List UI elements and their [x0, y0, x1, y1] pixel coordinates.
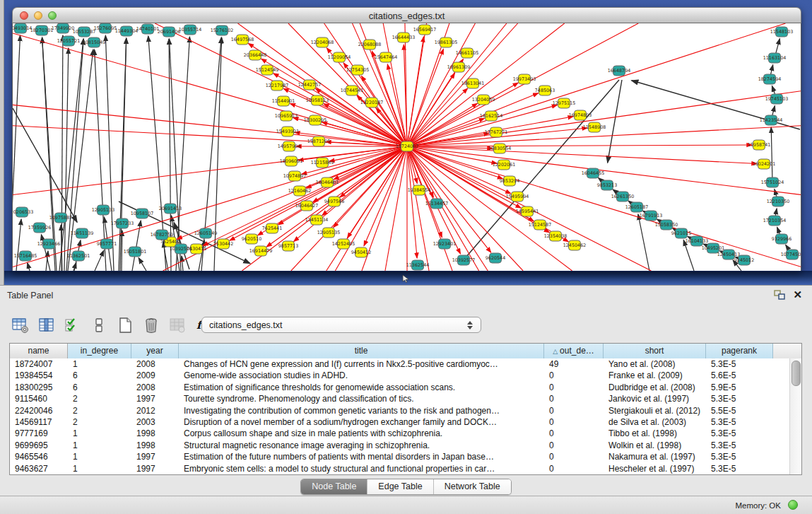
table-cell[interactable]: Changes of HCN gene expression and I(f) … — [179, 358, 544, 370]
table-options-icon[interactable] — [11, 317, 30, 334]
table-row[interactable]: 911546021997Tourette syndrome. Phenomeno… — [10, 393, 801, 404]
table-cell[interactable]: Tibbo et al. (1998) — [604, 428, 706, 439]
table-cell[interactable]: 0 — [544, 416, 604, 428]
table-cell[interactable]: 49 — [544, 358, 604, 370]
table-cell[interactable]: Hescheler et al. (1997) — [604, 463, 706, 474]
table-cell[interactable]: 1997 — [131, 393, 179, 404]
table-cell[interactable]: 9115460 — [10, 393, 68, 404]
table-row[interactable]: 977716911998Corpus callosum shape and si… — [10, 428, 801, 439]
table-row[interactable]: 1456911722003Disruption of a novel membe… — [10, 416, 801, 428]
select-all-icon[interactable] — [64, 317, 82, 334]
float-panel-icon[interactable] — [774, 290, 785, 300]
table-cell[interactable]: 2008 — [131, 358, 179, 370]
table-row[interactable]: 1872400712008Changes of HCN gene express… — [10, 358, 801, 370]
table-cell[interactable]: 1 — [68, 428, 131, 439]
table-cell[interactable]: 1 — [68, 440, 131, 451]
table-cell[interactable]: 6 — [68, 382, 131, 393]
table-row[interactable]: 2242004622012Investigating the contribut… — [10, 405, 801, 416]
column-header-indegree[interactable]: in_degree — [68, 344, 131, 358]
close-icon[interactable]: ✕ — [793, 288, 802, 301]
left-splitter[interactable] — [0, 0, 4, 285]
table-cell[interactable]: 5.6E-5 — [706, 370, 773, 381]
table-cell[interactable]: 5.3E-5 — [706, 451, 773, 462]
scrollbar-thumb[interactable] — [792, 361, 801, 386]
table-cell[interactable]: Tourette syndrome. Phenomenology and cla… — [179, 393, 544, 404]
table-cell[interactable]: 2003 — [131, 416, 179, 428]
table-cell[interactable]: 2 — [68, 416, 131, 428]
table-cell[interactable]: 0 — [544, 428, 604, 439]
table-cell[interactable]: 1 — [68, 358, 131, 370]
table-cell[interactable]: 0 — [544, 405, 604, 416]
table-cell[interactable]: 22420046 — [10, 405, 68, 416]
table-cell[interactable]: 9463627 — [10, 463, 68, 474]
table-cell[interactable]: 1998 — [131, 440, 179, 451]
table-cell[interactable]: Estimation of significance thresholds fo… — [179, 382, 544, 393]
table-cell[interactable]: Yano et al. (2008) — [604, 358, 706, 370]
table-cell[interactable]: Nakamura et al. (1997) — [604, 451, 706, 462]
vertical-scrollbar[interactable] — [789, 358, 801, 474]
new-table-icon[interactable] — [116, 317, 134, 334]
table-cell[interactable]: Estimation of the future numbers of pati… — [179, 451, 544, 462]
table-cell[interactable]: Wolkin et al. (1998) — [604, 440, 706, 451]
table-cell[interactable]: 0 — [544, 382, 604, 393]
table-cell[interactable]: 18724007 — [10, 358, 68, 370]
show-columns-icon[interactable] — [37, 317, 56, 334]
table-cell[interactable]: Genome-wide association studies in ADHD. — [179, 370, 544, 381]
column-header-title[interactable]: title — [179, 344, 544, 358]
table-cell[interactable]: 5.5E-5 — [706, 405, 773, 416]
table-cell[interactable]: 5.3E-5 — [706, 416, 773, 428]
clear-selection-icon[interactable] — [90, 317, 108, 334]
table-cell[interactable]: 19384554 — [10, 370, 68, 381]
table-row[interactable]: 946554611997Estimation of the future num… — [10, 451, 801, 462]
table-cell[interactable]: 6 — [68, 370, 131, 381]
table-cell[interactable]: 1997 — [131, 463, 179, 474]
table-cell[interactable]: 2008 — [131, 382, 179, 393]
column-header-outde[interactable]: △out_de… — [544, 344, 604, 358]
table-row[interactable]: 1938455462009Genome-wide association stu… — [10, 370, 801, 381]
table-cell[interactable]: 5.3E-5 — [706, 440, 773, 451]
table-cell[interactable]: Jankovic et al. (1997) — [604, 393, 706, 404]
table-cell[interactable]: 0 — [544, 440, 604, 451]
table-cell[interactable]: 9777169 — [10, 428, 68, 439]
table-cell[interactable]: 18300295 — [10, 382, 68, 393]
table-cell[interactable]: 0 — [544, 463, 604, 474]
table-cell[interactable]: Structural magnetic resonance image aver… — [179, 440, 544, 451]
table-cell[interactable]: Investigating the contribution of common… — [179, 405, 544, 416]
memory-ok-icon[interactable] — [788, 500, 798, 510]
table-cell[interactable]: 9699695 — [10, 440, 68, 451]
network-canvas[interactable]: 1649756820366448151245491221798711544901… — [12, 23, 801, 271]
table-cell[interactable]: 5.9E-5 — [706, 382, 773, 393]
table-cell[interactable]: 2 — [68, 405, 131, 416]
table-cell[interactable]: 0 — [544, 370, 604, 381]
column-header-pagerank[interactable]: pagerank — [706, 344, 773, 358]
table-cell[interactable]: 1997 — [131, 451, 179, 462]
table-cell[interactable]: 5.3E-5 — [706, 393, 773, 404]
network-window-titlebar[interactable]: citations_edges.txt — [12, 7, 801, 23]
table-cell[interactable]: Dudbridge et al. (2008) — [604, 382, 706, 393]
tab-node-table[interactable]: Node Table — [301, 479, 367, 494]
table-cell[interactable]: Embryonic stem cells: a model to study s… — [179, 463, 544, 474]
table-cell[interactable]: 14569117 — [10, 416, 68, 428]
table-cell[interactable]: 1 — [68, 451, 131, 462]
table-cell[interactable]: 2009 — [131, 370, 179, 381]
table-cell[interactable]: Disruption of a novel member of a sodium… — [179, 416, 544, 428]
table-cell[interactable]: Stergiakouli et al. (2012) — [604, 405, 706, 416]
table-cell[interactable]: 2012 — [131, 405, 179, 416]
table-row[interactable]: 946362711997Embryonic stem cells: a mode… — [10, 463, 801, 474]
tab-network-table[interactable]: Network Table — [434, 479, 511, 494]
table-cell[interactable]: 1 — [68, 463, 131, 474]
table-cell[interactable]: 2 — [68, 393, 131, 404]
column-header-year[interactable]: year — [131, 344, 179, 358]
table-cell[interactable]: Franke et al. (2009) — [604, 370, 706, 381]
table-cell[interactable]: 5.3E-5 — [706, 428, 773, 439]
table-row[interactable]: 1830029562008Estimation of significance … — [10, 382, 801, 393]
table-cell[interactable]: 0 — [544, 451, 604, 462]
column-header-short[interactable]: short — [604, 344, 706, 358]
table-row[interactable]: 969969511998Structural magnetic resonanc… — [10, 440, 801, 451]
table-cell[interactable]: 0 — [544, 393, 604, 404]
delete-icon[interactable] — [142, 317, 160, 334]
table-cell[interactable]: de Silva et al. (2003) — [604, 416, 706, 428]
table-cell[interactable]: 1998 — [131, 428, 179, 439]
network-graph[interactable]: 1649756820366448151245491221798711544901… — [13, 23, 801, 271]
table-cell[interactable]: 5.3E-5 — [706, 463, 773, 474]
